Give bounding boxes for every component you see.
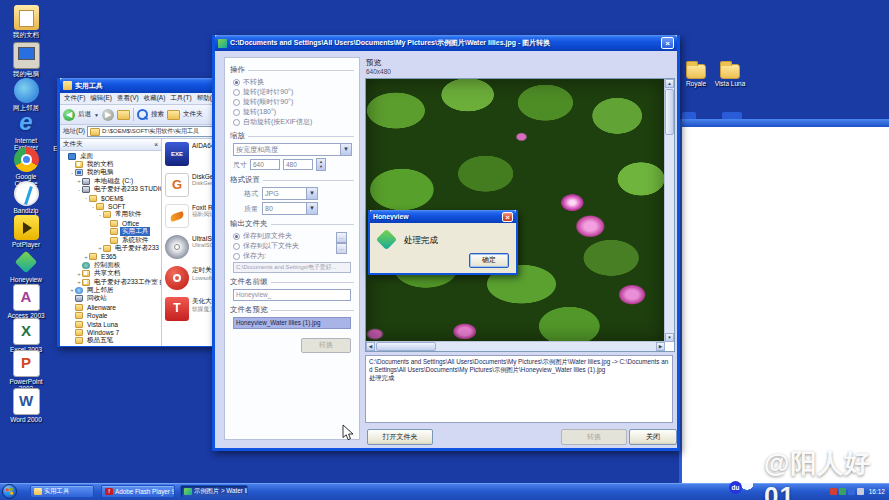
output-path-input[interactable]: C:\Documents and Settings\电子爱好... bbox=[233, 262, 351, 273]
browse-button[interactable]: … bbox=[336, 243, 347, 254]
tree-item[interactable]: Royale bbox=[60, 311, 161, 319]
desktop-icon-honeyview[interactable]: Honeyview bbox=[4, 250, 48, 283]
desktop-icon-access[interactable]: Access 2003 bbox=[4, 284, 48, 319]
radio-icon[interactable] bbox=[233, 253, 240, 260]
radio-icon[interactable] bbox=[233, 233, 240, 240]
open-folder-button[interactable]: 打开文件夹 bbox=[367, 429, 433, 445]
start-button[interactable] bbox=[2, 484, 17, 499]
desktop-icon-word[interactable]: Word 2000 bbox=[4, 388, 48, 423]
back-label[interactable]: 后退 bbox=[78, 110, 91, 119]
address-input[interactable]: D:\$OEM$\SOFT\实用软件\实用工具 bbox=[87, 126, 215, 137]
quality-select[interactable]: 80 ▼ bbox=[262, 202, 318, 215]
explorer-titlebar[interactable]: 实用工具 bbox=[60, 78, 218, 93]
scroll-down-icon[interactable]: ▼ bbox=[665, 333, 674, 342]
list-item[interactable]: Foxit Read福昕阅读器 bbox=[165, 204, 218, 235]
back-dropdown-icon[interactable]: ▼ bbox=[94, 112, 99, 118]
radio-icon[interactable] bbox=[233, 89, 240, 96]
back-icon[interactable]: ◀ bbox=[63, 109, 75, 121]
size-stepper[interactable]: ▲▼ bbox=[316, 158, 326, 171]
desktop-icon-excel[interactable]: Excel 2003 bbox=[4, 318, 48, 353]
convert-button-bottom[interactable]: 转换 bbox=[561, 429, 627, 445]
vertical-scrollbar[interactable]: ▲ ▼ bbox=[664, 79, 674, 342]
tree-item[interactable]: -常用软件 bbox=[60, 211, 161, 219]
radio-icon[interactable] bbox=[233, 109, 240, 116]
taskbar-button[interactable]: 示例图片 > Water lil... bbox=[180, 485, 248, 498]
tree-item[interactable]: -电子爱好者233 STUDIO (D:) bbox=[60, 186, 161, 194]
close-button[interactable]: 关闭 bbox=[629, 429, 677, 445]
close-icon[interactable]: × bbox=[661, 37, 674, 49]
ok-button[interactable]: 确定 bbox=[469, 253, 509, 268]
desktop-icon-bandizip[interactable]: Bandizip bbox=[4, 181, 48, 214]
search-label[interactable]: 搜索 bbox=[151, 110, 164, 119]
desktop-icon-network[interactable]: 网上邻居 bbox=[4, 78, 48, 111]
tree-item[interactable]: Vista Luna bbox=[60, 320, 161, 328]
desktop-icon-potplayer[interactable]: PotPlayer bbox=[4, 215, 48, 248]
preview-size: 640x480 bbox=[366, 68, 391, 75]
horizontal-scrollbar[interactable]: ◀ ▶ bbox=[366, 341, 665, 351]
tree-item[interactable]: +网上邻居 bbox=[60, 286, 161, 294]
operation-option[interactable]: 不转换 bbox=[230, 77, 354, 87]
width-input[interactable]: 640 bbox=[250, 159, 280, 170]
up-folder-icon[interactable] bbox=[117, 110, 130, 120]
list-item[interactable]: DiskGeniusDiskGenius bbox=[165, 173, 218, 204]
background-window[interactable] bbox=[679, 119, 889, 483]
tree-item[interactable]: 极品五笔 bbox=[60, 337, 161, 345]
browse-button[interactable]: … bbox=[336, 232, 347, 243]
menu-item[interactable]: 编辑(E) bbox=[90, 94, 112, 103]
desktop-icon-mydocs[interactable]: 我的文档 bbox=[4, 5, 48, 38]
operation-option[interactable]: 旋转(顺时针90°) bbox=[230, 97, 354, 107]
scroll-right-icon[interactable]: ▶ bbox=[656, 342, 665, 351]
forward-icon[interactable]: ▶ bbox=[102, 109, 114, 121]
menu-item[interactable]: 收藏(A) bbox=[144, 94, 166, 103]
tree-item[interactable]: Alienware bbox=[60, 303, 161, 311]
desktop-icon-powerpoint[interactable]: PowerPoint 2003 bbox=[4, 350, 48, 392]
convert-titlebar[interactable]: C:\Documents and Settings\All Users\Docu… bbox=[215, 35, 677, 51]
vertical-scroll-thumb[interactable] bbox=[665, 89, 674, 135]
desktop-icon-royale[interactable]: Royale bbox=[679, 60, 713, 87]
menu-item[interactable]: 查看(V) bbox=[117, 94, 139, 103]
menu-item[interactable]: 工具(T) bbox=[170, 94, 191, 103]
operation-option[interactable]: 旋转(180°) bbox=[230, 107, 354, 117]
chevron-down-icon[interactable]: ▼ bbox=[306, 203, 317, 214]
list-item[interactable]: UltraISOUltraISO bbox=[165, 235, 218, 266]
horizontal-scroll-thumb[interactable] bbox=[376, 342, 436, 351]
convert-button[interactable]: 转换 bbox=[301, 338, 351, 353]
folders-label[interactable]: 文件夹 bbox=[183, 110, 203, 119]
desktop-icon-ie[interactable]: Internet Explorer bbox=[4, 111, 48, 151]
chevron-down-icon[interactable]: ▼ bbox=[306, 188, 317, 199]
height-input[interactable]: 480 bbox=[283, 159, 313, 170]
scroll-left-icon[interactable]: ◀ bbox=[366, 342, 375, 351]
radio-icon[interactable] bbox=[233, 99, 240, 106]
scale-mode-select[interactable]: 按宽度和高度 ▼ bbox=[233, 143, 352, 156]
folder-icon bbox=[75, 304, 83, 311]
radio-icon[interactable] bbox=[233, 119, 240, 126]
msgbox-titlebar[interactable]: Honeyview × bbox=[370, 210, 516, 223]
chevron-down-icon[interactable]: ▼ bbox=[340, 144, 351, 155]
operation-option[interactable]: 自动旋转(按EXIF信息) bbox=[230, 117, 354, 127]
tree-item[interactable]: -$OEM$ bbox=[60, 194, 161, 202]
explorer-window[interactable]: 实用工具 文件(F)编辑(E)查看(V)收藏(A)工具(T)帮助(H) ◀ 后退… bbox=[57, 78, 221, 347]
folders-icon[interactable] bbox=[167, 110, 180, 120]
desktop-icon-vista-luna[interactable]: Vista Luna bbox=[713, 60, 747, 87]
tree-item[interactable]: +电子爱好者233 Stu... bbox=[60, 244, 161, 252]
search-icon[interactable] bbox=[137, 109, 148, 120]
taskbar-button[interactable]: fAdobe Flash Player 9 bbox=[101, 485, 175, 498]
menu-item[interactable]: 文件(F) bbox=[64, 94, 85, 103]
format-select[interactable]: JPG ▼ bbox=[262, 187, 318, 200]
tree-item[interactable]: -SOFT bbox=[60, 202, 161, 210]
close-icon[interactable]: × bbox=[502, 212, 513, 222]
tree-item[interactable]: 回收站 bbox=[60, 295, 161, 303]
output-option-label: 保存到原文件夹 bbox=[243, 231, 292, 241]
desktop-icon-mycomputer[interactable]: 我的电脑 bbox=[4, 42, 48, 77]
list-item[interactable]: 定时关机Lowsoft bbox=[165, 266, 218, 297]
honeyview-msgbox[interactable]: Honeyview × 处理完成 确定 bbox=[368, 210, 518, 275]
list-item[interactable]: 美化大师软媒魔方 bbox=[165, 297, 218, 328]
scroll-up-icon[interactable]: ▲ bbox=[665, 79, 674, 88]
taskbar-button[interactable]: 实用工具 bbox=[30, 485, 94, 498]
radio-icon[interactable] bbox=[233, 243, 240, 250]
radio-icon[interactable] bbox=[233, 79, 240, 86]
list-item[interactable]: AIDA64 bbox=[165, 142, 218, 173]
prefix-input[interactable]: Honeyview_ bbox=[233, 289, 351, 301]
operation-option[interactable]: 旋转(逆时针90°) bbox=[230, 87, 354, 97]
folders-pane-close-icon[interactable]: × bbox=[154, 141, 158, 148]
